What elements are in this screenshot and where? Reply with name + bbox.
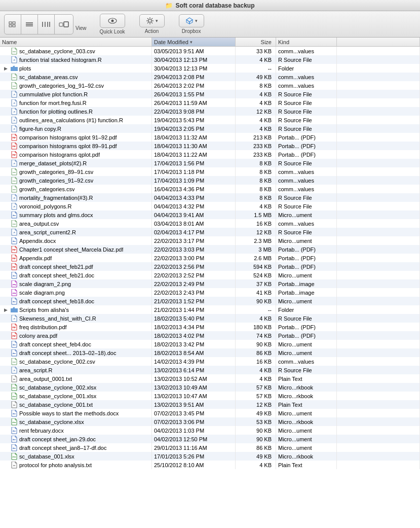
table-row[interactable]: doc draft concept sheet_jan8–17-df.doc 2… <box>0 443 420 452</box>
table-row[interactable]: ▶ plots 30/04/2013 12:13 PM -- Folder <box>0 64 420 73</box>
file-type-icon: .R <box>11 117 18 124</box>
col-header-kind[interactable]: Kind <box>276 38 337 46</box>
table-row[interactable]: xlsx sc_database_cyclone_002.xlsx 13/02/… <box>0 383 420 392</box>
cell-size: 4 KB <box>236 314 276 323</box>
cell-size: 180 KB <box>236 323 276 331</box>
list-view-button[interactable] <box>21 15 38 34</box>
svg-text:doc: doc <box>13 301 16 303</box>
cell-kind: R Source File <box>276 193 337 202</box>
table-row[interactable]: PDF comparison histograms qplot 89–91.pd… <box>0 142 420 150</box>
column-headers: Name Date Modified ▾ Size Kind <box>0 38 420 47</box>
table-row[interactable]: doc draft concept sheet_jan-29.doc 04/02… <box>0 435 420 443</box>
cell-extra <box>337 55 420 64</box>
table-row[interactable]: txt protocol for photo analysis.txt 25/1… <box>0 461 420 469</box>
coverflow-view-button[interactable] <box>55 15 73 34</box>
table-row[interactable]: csv growth_categories_89–91.csv 17/04/20… <box>0 167 420 176</box>
table-row[interactable]: .R merge_dataset_plots(#2).R 17/04/2013 … <box>0 159 420 167</box>
col-header-date[interactable]: Date Modified ▾ <box>152 38 236 46</box>
table-row[interactable]: .R outlines_area_calculations (#1) funct… <box>0 116 420 124</box>
table-row[interactable]: csv sc_database_cyclone_003.csv 03/05/20… <box>0 47 420 55</box>
table-row[interactable]: .R area_script_current2.R 02/04/2013 4:1… <box>0 228 420 236</box>
table-row[interactable]: doc draft concept sheet... 2013–02–18).d… <box>0 348 420 357</box>
table-row[interactable]: PDF colony area.pdf 18/02/2013 4:02 PM 7… <box>0 331 420 340</box>
table-row[interactable]: .R function for plotting outlines.R 22/0… <box>0 107 420 116</box>
cell-size: 90 KB <box>236 426 276 435</box>
table-row[interactable]: doc Possible ways to start the methods.d… <box>0 409 420 417</box>
cell-kind: Portab... (PDF) <box>276 323 337 331</box>
expand-icon[interactable]: ▶ <box>4 307 8 312</box>
table-row[interactable]: doc rent february.docx 04/02/2013 1:03 P… <box>0 426 420 435</box>
table-row[interactable]: .R mortality_fragmentation(#3).R 04/04/2… <box>0 193 420 202</box>
table-row[interactable]: csv growth_categories_91–92.csv 17/04/20… <box>0 176 420 185</box>
cell-extra <box>337 417 420 426</box>
cell-kind: R Source File <box>276 228 337 236</box>
table-row[interactable]: PDF Appendix.pdf 22/02/2013 3:00 PM 2.6 … <box>0 254 420 262</box>
file-type-icon: csv <box>11 177 18 184</box>
table-row[interactable]: ▶ Scripts from alisha's 21/02/2013 1:44 … <box>0 305 420 314</box>
table-row[interactable]: PDF comparison histograms qplot.pdf 18/0… <box>0 150 420 159</box>
table-row[interactable]: png scale diagram_2.png 22/02/2013 2:49 … <box>0 279 420 288</box>
cell-size: 37 KB <box>236 279 276 288</box>
table-row[interactable]: doc draft concept sheet_feb21.doc 22/02/… <box>0 271 420 279</box>
col-header-size[interactable]: Size <box>236 38 276 46</box>
table-row[interactable]: PDF Chapter1 concept sheet_Marcela Diaz.… <box>0 245 420 254</box>
table-row[interactable]: .R Skewness_and_hist_with_CI.R 18/02/201… <box>0 314 420 323</box>
table-row[interactable]: PDF freq distribution.pdf 18/02/2013 4:3… <box>0 323 420 331</box>
cell-size: 8 KB <box>236 81 276 90</box>
cell-size: 4 KB <box>236 116 276 124</box>
file-name: mortality_fragmentation(#3).R <box>19 195 93 201</box>
table-row[interactable]: csv sc_database_cyclone_002.csv 14/02/20… <box>0 357 420 366</box>
table-row[interactable]: .R voronoid_polygons.R 04/04/2013 4:32 P… <box>0 202 420 210</box>
cell-extra <box>337 245 420 254</box>
svg-text:csv: csv <box>13 189 16 191</box>
col-header-name[interactable]: Name <box>0 38 152 46</box>
table-row[interactable]: xlsx sc_database_cyclone.xlsx 07/02/2013… <box>0 417 420 426</box>
table-row[interactable]: doc draft concept sheet_feb4.doc 18/02/2… <box>0 340 420 348</box>
table-row[interactable]: csv growth_categories.csv 16/04/2013 4:3… <box>0 185 420 193</box>
table-row[interactable]: xlsx sc_database_cyclone_001.xlsx 13/02/… <box>0 392 420 400</box>
cell-extra <box>337 254 420 262</box>
table-row[interactable]: csv growth_categories_log_91–92.csv 26/0… <box>0 81 420 90</box>
svg-rect-0 <box>9 22 12 24</box>
table-row[interactable]: csv area_output.csv 03/04/2013 8:01 AM 1… <box>0 219 420 228</box>
dropbox-action[interactable]: ▾ Dropbox <box>174 13 209 35</box>
cell-size: 12 KB <box>236 107 276 116</box>
file-name: cummulative plot function.R <box>19 91 88 97</box>
table-row[interactable]: xlsx sc_database_001.xlsx 17/01/2013 5:2… <box>0 452 420 461</box>
window-title: Soft coral database backup <box>175 2 254 9</box>
action-action[interactable]: ▾ Action <box>134 13 170 35</box>
cell-extra <box>337 340 420 348</box>
expand-arrow-cell[interactable]: ▶ <box>2 66 9 71</box>
file-type-icon: csv <box>11 82 18 89</box>
table-row[interactable]: txt area_output_0001.txt 13/02/2013 10:5… <box>0 374 420 383</box>
cell-name: PDF comparison histograms qplot 91–92.pd… <box>0 133 152 142</box>
table-row[interactable]: .R area_script.R 13/02/2013 6:14 PM 4 KB… <box>0 366 420 374</box>
cell-extra <box>337 193 420 202</box>
table-row[interactable]: csv sc_database_areas.csv 29/04/2013 2:0… <box>0 73 420 81</box>
table-row[interactable]: doc draft concept sheet_feb18.doc 21/02/… <box>0 297 420 305</box>
table-row[interactable]: .R function trial stacked histogram.R 30… <box>0 55 420 64</box>
file-name: figure-fun copy.R <box>19 126 61 132</box>
cell-extra <box>337 167 420 176</box>
table-row[interactable]: PDF comparison histograms qplot 91–92.pd… <box>0 133 420 142</box>
table-row[interactable]: .R figure-fun copy.R 19/04/2013 2:05 PM … <box>0 124 420 133</box>
table-row[interactable]: PDF draft concept sheet_feb21.pdf 22/02/… <box>0 262 420 271</box>
table-row[interactable]: txt sc_database_cyclone_001.txt 13/02/20… <box>0 400 420 409</box>
cell-extra <box>337 47 420 55</box>
table-row[interactable]: doc summary plots and glms.docx 04/04/20… <box>0 210 420 219</box>
file-type-icon: doc <box>11 349 18 357</box>
icon-view-button[interactable] <box>5 15 21 34</box>
column-view-button[interactable] <box>38 15 55 34</box>
file-type-icon: doc <box>11 410 18 417</box>
expand-arrow-cell[interactable]: ▶ <box>2 307 9 312</box>
table-row[interactable]: .R function for mort.freg.fusi.R 26/04/2… <box>0 98 420 107</box>
cell-extra <box>337 107 420 116</box>
table-row[interactable]: doc Appendix.docx 22/02/2013 3:17 PM 2.3… <box>0 236 420 245</box>
expand-icon[interactable]: ▶ <box>4 66 8 71</box>
cell-kind: comm...values <box>276 47 337 55</box>
cell-size: 90 KB <box>236 297 276 305</box>
table-row[interactable]: .R cummulative plot function.R 26/04/201… <box>0 90 420 98</box>
table-row[interactable]: png scale diagram.png 22/02/2013 2:43 PM… <box>0 288 420 297</box>
quicklook-action[interactable]: Quick Look <box>95 13 130 36</box>
cell-extra <box>337 64 420 73</box>
